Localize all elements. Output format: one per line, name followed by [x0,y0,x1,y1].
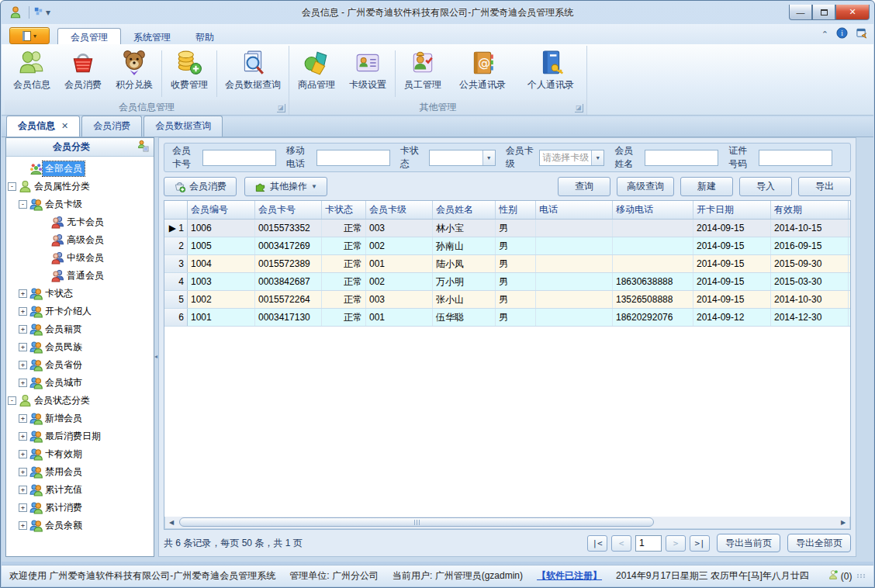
page-number-input[interactable] [635,535,662,552]
mobile-input[interactable] [316,150,390,166]
expand-node-icon[interactable]: + [19,450,27,458]
tree-item[interactable]: +开卡介绍人 [8,303,152,320]
ribbon-button[interactable]: 会员数据查询 [219,47,287,100]
application-menu-button[interactable]: ▾ [9,27,50,44]
table-row[interactable]: 310040015572389正常001陆小凤男2014-09-152015-0… [164,255,850,273]
expand-node-icon[interactable]: + [19,379,27,387]
pager-last-button[interactable]: >| [690,535,710,552]
maximize-button[interactable] [812,5,835,20]
document-tab[interactable]: 会员数据查询 [144,116,223,137]
tree-item[interactable]: -会员卡级 [8,195,152,213]
column-header-member-extra[interactable]: 会员 [849,201,851,219]
tree-item[interactable]: +累计充值 [8,481,152,499]
card-status-select[interactable]: ▼ [429,150,496,166]
tree-item[interactable]: +会员籍贯 [8,320,152,338]
tree-item[interactable]: +会员城市 [8,374,152,392]
tree-item[interactable]: +会员民族 [8,338,152,356]
column-header-gender[interactable]: 性别 [496,201,536,219]
export-all-pages-button[interactable]: 导出全部页 [787,534,851,552]
expand-node-icon[interactable]: + [19,414,27,423]
member-consume-button[interactable]: 会员消费 [164,177,237,196]
tree-item[interactable]: +累计消费 [8,499,152,517]
query-button[interactable]: 查询 [558,177,610,196]
column-header-card-level[interactable]: 会员卡级 [366,201,433,219]
support-icon[interactable] [856,27,867,41]
ribbon-button[interactable]: 积分兑换 [109,47,160,100]
column-header-phone[interactable]: 电话 [536,201,613,219]
scrollbar-track[interactable] [178,517,837,528]
resize-grip[interactable] [857,574,866,578]
tree-item[interactable]: 普通会员 [8,267,152,285]
pager-first-button[interactable]: |< [587,535,607,552]
expand-node-icon[interactable]: + [19,325,27,334]
table-row[interactable]: 510020015572264正常003张小山男135265088882014-… [164,291,850,309]
table-row[interactable]: 210050003417269正常002孙南山男2014-09-152016-0… [164,237,850,255]
member-name-input[interactable] [645,150,718,166]
scrollbar-thumb[interactable] [179,517,654,527]
minimize-button[interactable]: — [789,5,812,20]
column-header-card-no[interactable]: 会员卡号 [255,201,322,219]
chevron-down-icon[interactable]: ▼ [591,150,604,165]
quick-access-toolbar[interactable]: ▾ [33,5,50,19]
new-button[interactable]: 新建 [680,177,733,196]
expand-node-icon[interactable]: + [19,486,27,494]
expand-node-icon[interactable]: + [19,432,27,441]
registration-link[interactable]: 【软件已注册】 [537,569,602,583]
tree-item[interactable]: +新增会员 [8,410,152,427]
tree-item[interactable]: 无卡会员 [8,213,152,231]
export-button[interactable]: 导出 [798,177,851,196]
id-number-input[interactable] [759,150,832,166]
document-tab[interactable]: 会员消费 [81,116,142,137]
expand-node-icon[interactable]: + [19,307,27,316]
tree-item[interactable]: 中级会员 [8,249,152,267]
tree-item[interactable]: +会员省份 [8,356,152,374]
ribbon-button[interactable]: @公共通讯录 [448,47,517,100]
tree-item[interactable]: 全部会员 [8,160,152,178]
tree-item[interactable]: 高级会员 [8,231,152,249]
tree-item[interactable]: +卡状态 [8,285,152,303]
expand-node-icon[interactable]: + [19,503,27,512]
ribbon-button[interactable]: 员工管理 [397,47,448,100]
column-header-mobile[interactable]: 移动电话 [613,201,693,219]
horizontal-scrollbar[interactable]: ◀ ▶ [164,517,850,529]
import-button[interactable]: 导入 [739,177,792,196]
table-row[interactable]: 610010003417130正常001伍华聪男186202920762014-… [164,309,850,327]
document-tab[interactable]: 会员信息✕ [6,116,80,137]
tree-item[interactable]: +禁用会员 [8,463,152,481]
column-header-member-name[interactable]: 会员姓名 [433,201,496,219]
collapse-node-icon[interactable]: - [19,200,27,209]
collapse-node-icon[interactable]: - [8,182,16,191]
column-header-card-status[interactable]: 卡状态 [322,201,366,219]
expand-node-icon[interactable]: + [19,468,27,476]
column-header-member-no[interactable]: 会员编号 [188,201,255,219]
column-header-open-date[interactable]: 开卡日期 [693,201,771,219]
ribbon-button[interactable]: 收费管理 [164,47,215,100]
expand-node-icon[interactable]: + [19,361,27,369]
pager-next-button[interactable]: > [666,535,686,552]
dialog-launcher-icon[interactable]: ◪ [575,104,583,112]
table-row[interactable]: 410030003842687正常002万小明男186306388882014-… [164,273,850,291]
scroll-left-arrow[interactable]: ◀ [165,517,178,528]
expand-node-icon[interactable]: + [19,343,27,351]
card-no-input[interactable] [202,150,276,166]
ribbon-button[interactable]: 会员信息 [6,47,57,100]
dialog-launcher-icon[interactable]: ◪ [277,104,285,112]
chevron-down-icon[interactable]: ▼ [482,150,495,165]
other-actions-button[interactable]: 其他操作▼ [244,177,327,196]
tree-item[interactable]: +最后消费日期 [8,427,152,445]
collapse-node-icon[interactable]: - [8,396,16,405]
scroll-right-arrow[interactable]: ▶ [837,517,849,528]
tree-item[interactable]: -会员属性分类 [8,178,152,195]
close-tab-icon[interactable]: ✕ [61,121,68,131]
tree-item[interactable]: +会员余额 [8,517,152,534]
column-header-valid-until[interactable]: 有效期 [771,201,849,219]
expand-node-icon[interactable]: + [19,289,27,298]
card-level-select[interactable]: 请选择卡级▼ [539,150,604,166]
export-current-page-button[interactable]: 导出当前页 [717,534,780,552]
member-list-icon[interactable] [137,140,154,154]
ribbon-button[interactable]: 商品管理 [291,47,342,100]
close-button[interactable]: ✕ [835,5,870,20]
collapse-ribbon-icon[interactable]: ⌃ [821,29,828,40]
tree-item[interactable]: -会员状态分类 [8,392,152,410]
tree-item[interactable]: +卡有效期 [8,445,152,463]
